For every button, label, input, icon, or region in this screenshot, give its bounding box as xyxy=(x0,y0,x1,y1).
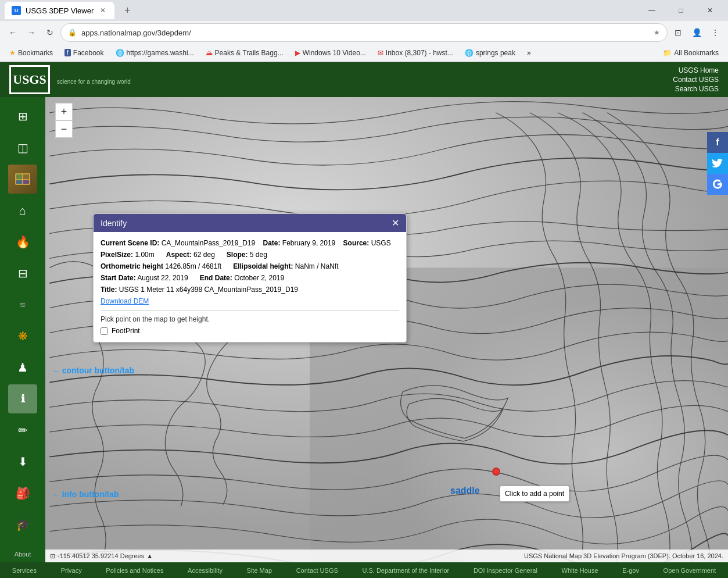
minimize-button[interactable]: — xyxy=(639,2,665,19)
zoom-in-button[interactable]: + xyxy=(55,103,73,120)
facebook-share-button[interactable]: f xyxy=(707,132,728,153)
download-dem-link[interactable]: Download DEM xyxy=(101,297,149,305)
saddle-label: saddle xyxy=(450,486,480,496)
sidebar-tool-info[interactable]: ℹ xyxy=(8,384,37,413)
sidebar-tool-bag[interactable]: 🎒 xyxy=(8,479,37,508)
new-tab-button[interactable]: + xyxy=(119,2,135,19)
sidebar-tool-download[interactable]: ⬇ xyxy=(8,447,37,476)
end-date-label: End Date: xyxy=(200,274,232,282)
more-bookmarks-button[interactable]: » xyxy=(522,48,536,58)
bookmarks-bar: ★ Bookmarks f Facebook 🌐 https://games.w… xyxy=(0,44,728,62)
footer-privacy[interactable]: Privacy xyxy=(61,567,82,574)
maximize-button[interactable]: □ xyxy=(668,2,694,19)
start-date-label: Start Date: xyxy=(101,274,136,282)
footer-contact[interactable]: Contact USGS xyxy=(296,567,338,574)
sidebar-tool-terrain[interactable]: ◫ xyxy=(8,133,37,162)
map-marker[interactable] xyxy=(492,468,500,476)
svg-rect-7 xyxy=(23,180,29,184)
slope-value: 5 deg xyxy=(250,251,267,259)
googleplus-share-button[interactable] xyxy=(707,174,728,195)
footer-doi-inspector[interactable]: DOI Inspector General xyxy=(474,567,537,574)
sidebar-about[interactable]: About xyxy=(15,551,31,562)
title-value: USGS 1 Meter 11 x64y398 CA_MountainPass_… xyxy=(119,286,298,294)
identify-divider xyxy=(101,310,399,311)
bookmark-facebook[interactable]: f Facebook xyxy=(60,48,108,58)
sidebar-tool-texture[interactable]: ❋ xyxy=(8,322,37,351)
footer-services[interactable]: Services xyxy=(12,567,37,574)
bookmark-inbox[interactable]: ✉ Inbox (8,307) - hwst... xyxy=(373,48,458,58)
bookmark-windows[interactable]: ▶ Windows 10 Video... xyxy=(291,48,371,58)
all-bookmarks-button[interactable]: 📁 All Bookmarks xyxy=(658,48,723,58)
map-zoom-controls: + − xyxy=(55,103,73,138)
bookmark-bookmarks[interactable]: ★ Bookmarks xyxy=(5,48,58,58)
footer-egov[interactable]: E-gov xyxy=(622,567,639,574)
bookmark-springs[interactable]: 🌐 springs peak xyxy=(460,48,520,58)
sidebar-tool-home[interactable]: ⌂ xyxy=(8,196,37,225)
identify-close-button[interactable]: ✕ xyxy=(392,217,399,229)
coords-arrow: ▲ xyxy=(146,552,153,559)
sidebar-tool-person[interactable]: ♟ xyxy=(8,353,37,382)
extensions-button[interactable]: ⊡ xyxy=(670,24,686,41)
twitter-share-button[interactable] xyxy=(707,153,728,174)
sidebar-tool-contour[interactable]: ≋ xyxy=(8,290,37,319)
footer-policies[interactable]: Policies and Notices xyxy=(106,567,163,574)
sidebar-tool-satellite[interactable] xyxy=(8,165,37,194)
left-sidebar: ⊞ ◫ ⌂ 🔥 ⊟ ≋ ❋ ♟ ℹ ✏ ⬇ 🎒 🎓 xyxy=(0,97,45,562)
scene-id-label: Current Scene ID: xyxy=(101,239,159,247)
tab-close-button[interactable]: ✕ xyxy=(98,6,107,15)
search-usgs-link[interactable]: Search USGS xyxy=(675,85,719,93)
scale-bar: ⊡ -115.40512 35.92214 Degrees ▲ xyxy=(50,552,153,560)
identify-pick-text: Pick point on the map to get height. xyxy=(101,315,399,323)
footer-opengovt[interactable]: Open Government xyxy=(664,567,716,574)
pixel-size-value: 1.00m xyxy=(135,251,154,259)
window-controls: — □ ✕ xyxy=(639,2,723,19)
footer-accessibility[interactable]: Accessibility xyxy=(188,567,223,574)
map-container[interactable]: ⊞ ◫ ⌂ 🔥 ⊟ ≋ ❋ ♟ ℹ ✏ ⬇ 🎒 🎓 xyxy=(0,97,728,562)
date-value: February 9, 2019 xyxy=(282,239,335,247)
ortho-label: Orthometric height xyxy=(101,262,163,270)
sidebar-tool-fire[interactable]: 🔥 xyxy=(8,227,37,256)
scale-icon: ⊡ xyxy=(50,552,55,560)
svg-rect-5 xyxy=(23,174,29,179)
aspect-label: Aspect: xyxy=(166,251,192,259)
zoom-out-button[interactable]: − xyxy=(55,120,73,138)
bookmark-games[interactable]: 🌐 https://games.washi... xyxy=(111,48,199,58)
usgs-nav: USGS Home Contact USGS Search USGS xyxy=(673,66,719,93)
close-button[interactable]: ✕ xyxy=(697,2,723,19)
nav-bar: ← → ↻ 🔒 apps.nationalmap.gov/3depdem/ ★ … xyxy=(0,21,728,44)
back-button[interactable]: ← xyxy=(5,24,21,41)
sidebar-tool-layers[interactable]: ⊞ xyxy=(8,102,37,131)
forward-button[interactable]: → xyxy=(23,24,40,41)
sidebar-tool-pencil[interactable]: ✏ xyxy=(8,416,37,445)
footer-whitehouse[interactable]: White House xyxy=(562,567,598,574)
profile-button[interactable]: 👤 xyxy=(688,24,705,41)
identify-popup: Identify ✕ Current Scene ID: CA_Mountain… xyxy=(93,213,407,342)
scene-id-value: CA_MountainPass_2019_D19 xyxy=(162,239,255,247)
aspect-value: 62 deg xyxy=(193,251,215,259)
refresh-button[interactable]: ↻ xyxy=(42,24,58,41)
bookmark-peaks[interactable]: ⛰ Peaks & Trails Bagg... xyxy=(201,48,288,58)
ortho-value: 1426.85m / 4681ft xyxy=(165,262,221,270)
active-tab[interactable]: U USGS 3DEP Viewer ✕ xyxy=(5,2,114,19)
social-sidebar: f xyxy=(707,132,728,195)
copyright-text: USGS National Map 3D Elevation Program (… xyxy=(524,552,723,559)
usgs-logo-box: USGS xyxy=(9,65,50,94)
source-value: USGS xyxy=(371,239,391,247)
pixel-size-label: PixelSize: xyxy=(101,251,133,259)
tab-title: USGS 3DEP Viewer xyxy=(26,6,94,15)
sidebar-tool-grid[interactable]: ⊟ xyxy=(8,259,37,288)
slope-label: Slope: xyxy=(227,251,248,259)
sidebar-tool-hat[interactable]: 🎓 xyxy=(8,510,37,539)
map-bottom-bar: ⊡ -115.40512 35.92214 Degrees ▲ USGS Nat… xyxy=(45,550,728,562)
address-bar[interactable]: 🔒 apps.nationalmap.gov/3depdem/ ★ xyxy=(60,23,668,42)
footprint-checkbox-container: FootPrint xyxy=(101,327,399,335)
coords-text: -115.40512 35.92214 Degrees xyxy=(58,552,144,559)
footer-doi[interactable]: U.S. Department of the Interior xyxy=(362,567,449,574)
usgs-home-link[interactable]: USGS Home xyxy=(679,66,719,74)
menu-button[interactable]: ⋮ xyxy=(707,24,723,41)
contact-usgs-link[interactable]: Contact USGS xyxy=(673,76,719,84)
usgs-logo: USGS science for a changing world xyxy=(9,65,131,94)
footer-sitemap[interactable]: Site Map xyxy=(247,567,272,574)
footprint-checkbox[interactable] xyxy=(101,327,108,335)
ellipsoidal-label: Ellipsoidal height: xyxy=(233,262,293,270)
